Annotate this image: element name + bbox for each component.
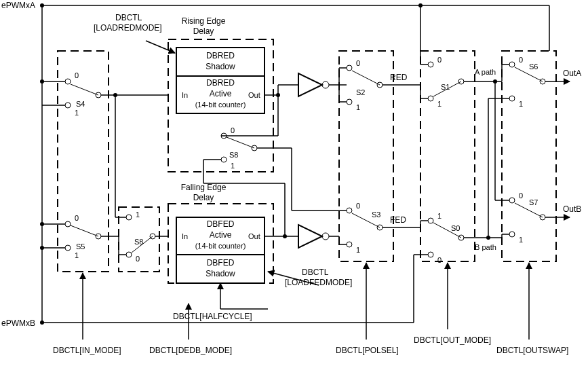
dbfed-shadow-2: Shadow (205, 269, 235, 278)
s8a-one: 1 (231, 162, 235, 170)
svg-point-92 (428, 96, 433, 101)
label-s0: S0 (451, 224, 460, 232)
label-s1: S1 (441, 83, 450, 91)
svg-marker-63 (298, 73, 322, 96)
svg-point-71 (347, 65, 352, 71)
label-s3: S3 (372, 211, 380, 219)
s5-zero: 0 (75, 214, 79, 222)
dbfed-active-3: (14-bit counter) (195, 242, 246, 250)
s4-one: 1 (75, 109, 79, 117)
label-bpath: B path (475, 243, 496, 251)
label-outb: OutB (563, 204, 581, 214)
label-s2: S2 (356, 88, 365, 96)
svg-point-2 (40, 3, 44, 7)
svg-point-72 (347, 99, 352, 105)
s2-zero: 0 (356, 59, 360, 67)
label-in-mode: DBCTL[IN_MODE] (53, 346, 121, 355)
label-s5: S5 (76, 242, 85, 251)
s8b-one: 1 (136, 211, 140, 219)
svg-line-10 (71, 84, 98, 95)
dbred-out: Out (248, 91, 260, 99)
label-outmode: DBCTL[OUT_MODE] (414, 335, 491, 345)
svg-point-114 (509, 96, 515, 101)
label-s6: S6 (529, 62, 538, 71)
loadred-2: [LOADREDMODE] (94, 23, 162, 33)
loadfed-2: [LOADFEDMODE] (285, 278, 352, 287)
s7-zero: 0 (519, 191, 523, 200)
label-dedb: DBCTL[DEDB_MODE] (149, 346, 232, 355)
svg-point-26 (126, 215, 132, 220)
label-outswap: DBCTL[OUTSWAP] (496, 346, 568, 355)
dead-band-diagram: ePWMxA ePWMxB 0 1 S4 0 1 S5 DBCTL[IN_MOD… (0, 0, 588, 366)
svg-point-124 (509, 232, 515, 237)
svg-point-22 (40, 246, 44, 250)
falling-title-2: Delay (193, 193, 214, 202)
s6-one: 1 (519, 100, 523, 108)
s5-one: 1 (75, 251, 79, 259)
svg-rect-6 (58, 51, 109, 272)
s6-zero: 0 (519, 56, 523, 64)
label-epwmxb: ePWMxB (1, 318, 35, 328)
dbred-active-3: (14-bit counter) (195, 100, 246, 109)
s4-zero: 0 (75, 71, 79, 79)
svg-point-27 (126, 252, 132, 257)
svg-point-48 (276, 93, 280, 97)
svg-point-20 (40, 222, 44, 226)
label-s8b: S8 (134, 238, 143, 246)
rising-title-2: Delay (193, 26, 214, 36)
svg-line-43 (227, 137, 254, 148)
svg-point-128 (493, 79, 497, 84)
dbred-in: In (182, 91, 188, 99)
s0-one: 1 (437, 212, 442, 220)
dbred-active-2: Active (210, 89, 232, 98)
svg-point-62 (283, 234, 287, 238)
svg-line-39 (146, 41, 175, 53)
svg-point-80 (347, 208, 352, 213)
label-apath: A path (475, 68, 496, 76)
svg-line-74 (352, 71, 380, 85)
s7-one: 1 (519, 236, 523, 244)
s1-zero: 0 (437, 56, 442, 64)
svg-point-15 (65, 221, 71, 227)
dbfed-active-1: DBFED (207, 219, 235, 229)
label-s8a: S8 (229, 151, 238, 159)
svg-point-8 (65, 103, 71, 108)
s3-one: 1 (356, 246, 360, 254)
s8a-zero: 0 (231, 126, 235, 134)
svg-point-34 (113, 93, 117, 97)
svg-point-102 (428, 252, 433, 257)
svg-point-91 (428, 62, 433, 67)
falling-title-1: Falling Edge (181, 183, 227, 192)
dbfed-out: Out (248, 232, 260, 240)
svg-marker-67 (298, 225, 322, 248)
s0-zero: 0 (437, 256, 442, 264)
loadfed-1: DBCTL (302, 268, 329, 277)
s2-one: 1 (356, 103, 360, 111)
svg-point-120 (486, 236, 490, 240)
label-epwmxa: ePWMxA (1, 1, 35, 10)
label-polsel: DBCTL[POLSEL] (336, 346, 399, 355)
s3-zero: 0 (356, 202, 360, 210)
rising-title-1: Rising Edge (182, 16, 226, 26)
svg-point-97 (418, 3, 423, 7)
svg-rect-70 (339, 51, 393, 261)
dbred-shadow-1: DBRED (206, 51, 235, 60)
dbfed-active-2: Active (210, 230, 232, 240)
s8b-zero: 0 (136, 255, 140, 263)
svg-point-5 (40, 321, 44, 325)
svg-point-113 (509, 62, 515, 67)
dbred-shadow-2: Shadow (205, 62, 235, 71)
dbfed-shadow-1: DBFED (207, 258, 235, 268)
loadred-1: DBCTL (115, 13, 142, 22)
s1-one: 1 (437, 100, 442, 108)
svg-point-7 (65, 79, 71, 84)
svg-point-16 (65, 245, 71, 251)
svg-point-123 (509, 198, 515, 203)
label-red: RED (390, 73, 408, 82)
svg-line-18 (71, 225, 98, 236)
label-s7: S7 (529, 198, 538, 206)
dbfed-in: In (182, 232, 188, 240)
svg-point-12 (40, 79, 44, 84)
svg-point-81 (347, 242, 352, 247)
svg-point-41 (221, 157, 227, 162)
